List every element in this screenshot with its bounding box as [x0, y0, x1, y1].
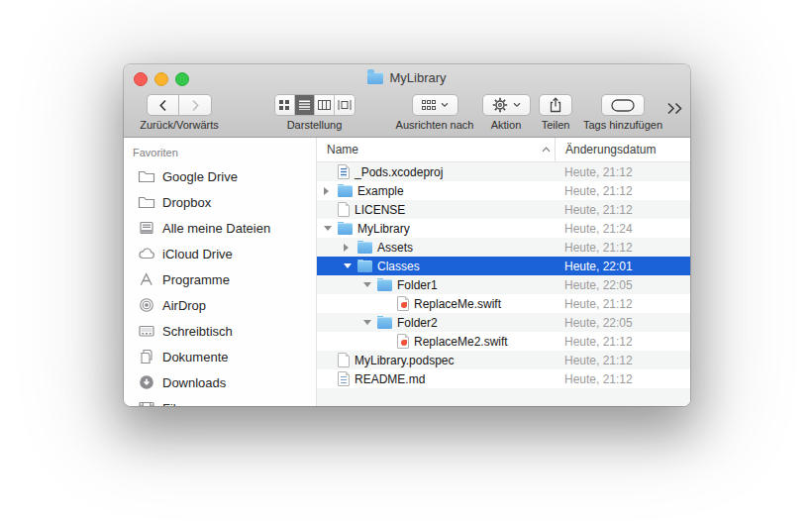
disclosure-triangle-icon[interactable]	[344, 243, 357, 253]
table-row[interactable]: README.md Heute, 21:12	[317, 369, 690, 388]
sidebar-item-desktop[interactable]: Schreibtisch	[124, 318, 316, 344]
share-label: Teilen	[542, 119, 570, 131]
sidebar-item-all-my-files[interactable]: Alle meine Dateien	[124, 215, 316, 241]
sidebar-item-google-drive[interactable]: Google Drive	[124, 163, 316, 189]
table-row[interactable]: _Pods.xcodeproj Heute, 21:12	[317, 162, 690, 181]
desktop-icon	[138, 323, 155, 339]
action-button[interactable]	[482, 94, 531, 116]
disclosure-triangle-icon[interactable]	[324, 186, 338, 196]
finder-window: MyLibrary Zurück/Vorwärts	[124, 64, 690, 406]
table-row[interactable]: LICENSE Heute, 21:12	[317, 200, 690, 219]
swift-file-icon	[397, 296, 409, 311]
view-switcher-group: Darstellung	[267, 94, 361, 131]
table-row[interactable]: Assets Heute, 21:12	[317, 238, 690, 257]
applications-icon	[138, 271, 155, 287]
sidebar-item-applications[interactable]: Programme	[124, 266, 316, 292]
forward-button[interactable]	[179, 94, 212, 116]
chevron-right-icon	[191, 99, 200, 112]
window-chrome: MyLibrary Zurück/Vorwärts	[124, 64, 690, 138]
grid-view-icon	[279, 100, 289, 110]
column-view-icon	[318, 100, 331, 110]
tags-group: Tags hinzufügen	[575, 94, 670, 131]
table-row[interactable]: MyLibrary Heute, 21:24	[317, 219, 690, 238]
sidebar-section-title: Favoriten	[124, 147, 316, 158]
sidebar-item-downloads[interactable]: Downloads	[124, 369, 316, 395]
swift-file-icon	[397, 334, 409, 349]
column-header-modified-date[interactable]: Änderungsdatum	[555, 138, 690, 161]
list-view-button[interactable]	[295, 95, 315, 115]
back-button[interactable]	[147, 94, 179, 116]
movies-icon	[138, 400, 155, 406]
file-list: Name Änderungsdatum _Pods.xcodeproj Heut…	[317, 138, 690, 406]
titlebar[interactable]: MyLibrary	[124, 64, 690, 91]
sidebar: Favoriten Google Drive Dropbox Alle mein…	[124, 138, 317, 406]
folder-icon	[357, 260, 372, 272]
arrange-grid-icon	[422, 100, 436, 111]
arrange-label: Ausrichten nach	[396, 119, 474, 131]
list-view-icon	[299, 100, 310, 110]
sidebar-item-icloud-drive[interactable]: iCloud Drive	[124, 241, 316, 266]
list-header: Name Änderungsdatum	[317, 138, 690, 162]
table-row[interactable]: ReplaceMe.swift Heute, 21:12	[317, 294, 690, 313]
chevron-left-icon	[158, 99, 167, 112]
action-group: Aktion	[480, 94, 532, 131]
document-icon	[338, 353, 350, 367]
folder-icon	[338, 185, 353, 197]
gear-icon	[492, 97, 508, 113]
toolbar: Zurück/Vorwärts	[124, 91, 690, 137]
add-tags-button[interactable]	[601, 94, 645, 116]
window-title: MyLibrary	[389, 70, 446, 85]
text-document-icon	[338, 371, 350, 386]
table-row[interactable]: ReplaceMe2.swift Heute, 21:12	[317, 332, 690, 351]
share-icon	[549, 97, 562, 113]
column-view-button[interactable]	[315, 95, 335, 115]
arrange-button[interactable]	[412, 94, 458, 116]
folder-icon	[138, 194, 155, 210]
chevron-down-icon	[441, 102, 449, 108]
column-header-name[interactable]: Name	[317, 143, 555, 156]
folder-icon	[367, 72, 383, 84]
empty-row-stripe	[317, 388, 690, 406]
back-forward-group: Zurück/Vorwärts	[134, 94, 225, 131]
icon-view-button[interactable]	[275, 95, 295, 115]
xcodeproj-file-icon	[338, 164, 350, 179]
folder-icon	[338, 223, 353, 235]
share-group: Teilen	[536, 94, 575, 131]
sidebar-item-documents[interactable]: Dokumente	[124, 344, 316, 369]
list-rows: _Pods.xcodeproj Heute, 21:12 Example Heu…	[317, 162, 690, 406]
chevron-down-icon	[513, 102, 521, 108]
airdrop-icon	[138, 297, 155, 313]
table-row[interactable]: MyLibrary.podspec Heute, 21:12	[317, 351, 690, 369]
disclosure-triangle-icon[interactable]	[344, 261, 357, 271]
sidebar-item-movies[interactable]: Filme	[124, 395, 316, 406]
table-row[interactable]: Folder2 Heute, 22:05	[317, 313, 690, 332]
disclosure-triangle-icon[interactable]	[363, 280, 377, 290]
all-files-icon	[138, 220, 155, 236]
folder-icon	[138, 168, 155, 184]
cloud-icon	[138, 246, 155, 261]
action-label: Aktion	[491, 119, 522, 131]
downloads-icon	[138, 374, 155, 390]
back-forward-label: Zurück/Vorwärts	[140, 119, 218, 131]
toolbar-overflow-button[interactable]	[666, 102, 683, 115]
table-row[interactable]: Example Heute, 21:12	[317, 181, 690, 200]
folder-icon	[377, 279, 392, 291]
tags-label: Tags hinzufügen	[583, 119, 662, 131]
table-row[interactable]: Folder1 Heute, 22:05	[317, 275, 690, 294]
document-icon	[338, 202, 350, 217]
double-chevron-right-icon	[666, 102, 683, 115]
tag-icon	[611, 99, 635, 112]
table-row-selected[interactable]: Classes Heute, 22:01	[317, 257, 690, 275]
window-title-area: MyLibrary	[124, 64, 690, 91]
sort-ascending-icon	[542, 147, 551, 153]
window-content: Favoriten Google Drive Dropbox Alle mein…	[124, 138, 690, 406]
coverflow-view-button[interactable]	[335, 95, 355, 115]
folder-icon	[377, 317, 392, 329]
share-button[interactable]	[539, 94, 572, 116]
disclosure-triangle-icon[interactable]	[324, 224, 338, 234]
disclosure-triangle-icon[interactable]	[363, 318, 377, 328]
coverflow-view-icon	[338, 100, 352, 110]
sidebar-item-dropbox[interactable]: Dropbox	[124, 189, 316, 215]
sidebar-item-airdrop[interactable]: AirDrop	[124, 292, 316, 318]
folder-icon	[357, 242, 372, 254]
